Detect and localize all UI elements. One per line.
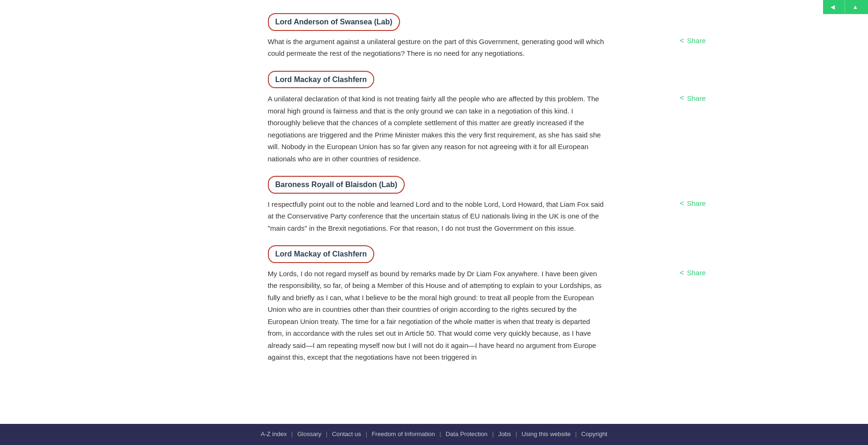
- share-button-anderson[interactable]: <Share: [680, 37, 705, 45]
- speaker-text-royall: I respectfully point out to the noble an…: [268, 198, 605, 234]
- speaker-section-mackay1: Lord Mackay of ClashfernA unilateral dec…: [268, 71, 706, 165]
- footer-link-data-protection[interactable]: Data Protection: [445, 430, 488, 437]
- share-label-anderson: Share: [687, 37, 705, 45]
- footer-link-contact-us[interactable]: Contact us: [332, 430, 361, 437]
- speaker-section-mackay2: Lord Mackay of ClashfernMy Lords, I do n…: [268, 245, 706, 363]
- top-arrow-icon: ▲: [853, 4, 858, 10]
- speaker-content-anderson: What is the argument against a unilatera…: [268, 36, 605, 60]
- footer-separator-6: |: [573, 430, 579, 437]
- share-button-mackay1[interactable]: <Share: [680, 94, 705, 102]
- footer-separator-1: |: [324, 430, 329, 437]
- footer-link-foi[interactable]: Freedom of Information: [371, 430, 435, 437]
- speaker-name-mackay1: Lord Mackay of Clashfern: [268, 71, 375, 89]
- footer-link-jobs[interactable]: Jobs: [498, 430, 511, 437]
- speaker-text-mackay1: A unilateral declaration of that kind is…: [268, 93, 605, 165]
- footer-link-az-index[interactable]: A-Z index: [261, 430, 287, 437]
- footer-link-copyright[interactable]: Copyright: [581, 430, 608, 437]
- speaker-name-royall: Baroness Royall of Blaisdon (Lab): [268, 176, 405, 194]
- speaker-text-mackay2: My Lords, I do not regard myself as boun…: [268, 268, 605, 363]
- speaker-content-mackay1: A unilateral declaration of that kind is…: [268, 93, 605, 165]
- speaker-row-mackay2: My Lords, I do not regard myself as boun…: [268, 268, 706, 363]
- share-button-royall[interactable]: <Share: [680, 199, 705, 208]
- share-icon-mackay2: <: [680, 269, 684, 277]
- speaker-section-anderson: Lord Anderson of Swansea (Lab)What is th…: [268, 13, 706, 60]
- speaker-row-royall: I respectfully point out to the noble an…: [268, 198, 706, 234]
- top-button[interactable]: ▲: [845, 0, 868, 14]
- share-icon-royall: <: [680, 199, 684, 208]
- footer-separator-3: |: [438, 430, 443, 437]
- footer-separator-0: |: [289, 430, 295, 437]
- share-label-mackay2: Share: [687, 269, 705, 277]
- footer-links: A-Z index | Glossary | Contact us | Free…: [9, 430, 859, 439]
- speaker-section-royall: Baroness Royall of Blaisdon (Lab)I respe…: [268, 176, 706, 234]
- speaker-content-mackay2: My Lords, I do not regard myself as boun…: [268, 268, 605, 363]
- share-icon-mackay1: <: [680, 94, 684, 102]
- top-navigation: ◀ ▲: [823, 0, 868, 14]
- speaker-content-royall: I respectfully point out to the noble an…: [268, 198, 605, 234]
- share-button-mackay2[interactable]: <Share: [680, 269, 705, 277]
- page-footer: A-Z index | Glossary | Contact us | Free…: [0, 424, 868, 445]
- share-label-royall: Share: [687, 199, 705, 207]
- speaker-name-anderson: Lord Anderson of Swansea (Lab): [268, 13, 400, 31]
- previous-arrow-icon: ◀: [831, 4, 835, 10]
- footer-link-glossary[interactable]: Glossary: [297, 430, 321, 437]
- footer-separator-5: |: [514, 430, 519, 437]
- footer-link-using-website[interactable]: Using this website: [521, 430, 571, 437]
- speaker-name-mackay2: Lord Mackay of Clashfern: [268, 245, 375, 263]
- footer-separator-4: |: [490, 430, 496, 437]
- speaker-text-anderson: What is the argument against a unilatera…: [268, 36, 605, 60]
- intro-paragraph: [268, 0, 706, 4]
- speaker-row-mackay1: A unilateral declaration of that kind is…: [268, 93, 706, 165]
- share-label-mackay1: Share: [687, 94, 705, 102]
- share-icon-anderson: <: [680, 37, 684, 45]
- speaker-row-anderson: What is the argument against a unilatera…: [268, 36, 706, 60]
- previous-button[interactable]: ◀: [823, 0, 845, 14]
- speakers-container: Lord Anderson of Swansea (Lab)What is th…: [268, 13, 706, 363]
- footer-separator-2: |: [364, 430, 369, 437]
